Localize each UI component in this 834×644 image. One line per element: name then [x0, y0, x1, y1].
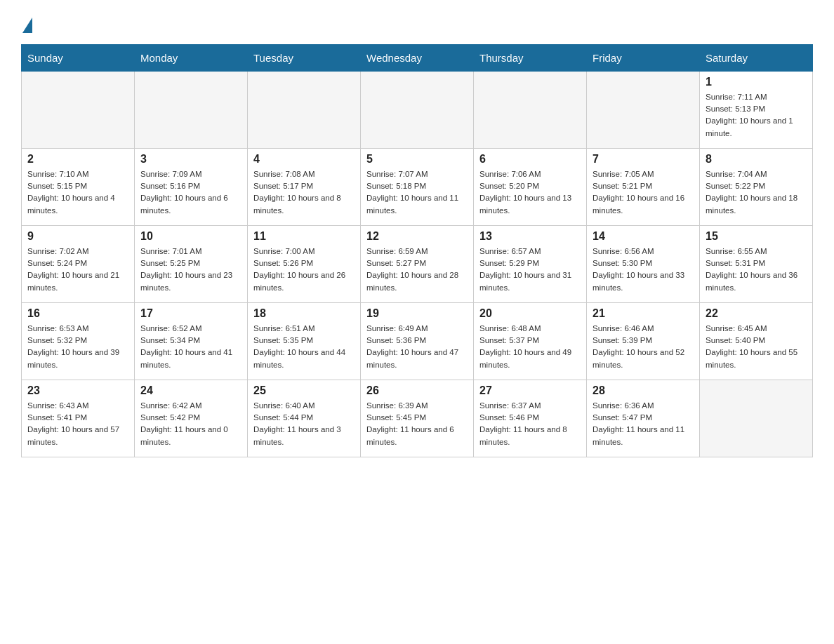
day-info: Sunrise: 6:59 AMSunset: 5:27 PMDaylight:… [366, 246, 468, 294]
calendar-cell: 7Sunrise: 7:05 AMSunset: 5:21 PMDaylight… [587, 148, 700, 225]
calendar-table: SundayMondayTuesdayWednesdayThursdayFrid… [21, 44, 813, 457]
day-info: Sunrise: 6:56 AMSunset: 5:30 PMDaylight:… [593, 246, 694, 294]
day-info: Sunrise: 6:46 AMSunset: 5:39 PMDaylight:… [593, 323, 694, 371]
calendar-cell: 27Sunrise: 6:37 AMSunset: 5:46 PMDayligh… [474, 380, 587, 457]
calendar-cell: 6Sunrise: 7:06 AMSunset: 5:20 PMDaylight… [474, 148, 587, 225]
calendar-cell [587, 71, 700, 148]
day-number: 4 [253, 153, 355, 166]
day-info: Sunrise: 6:48 AMSunset: 5:37 PMDaylight:… [479, 323, 581, 371]
day-header-sunday: Sunday [22, 44, 135, 71]
logo-wordmark [21, 14, 32, 30]
day-header-wednesday: Wednesday [361, 44, 474, 71]
day-number: 5 [366, 153, 468, 166]
day-info: Sunrise: 6:39 AMSunset: 5:45 PMDaylight:… [366, 400, 468, 448]
day-info: Sunrise: 6:53 AMSunset: 5:32 PMDaylight:… [27, 323, 128, 371]
week-row-3: 9Sunrise: 7:02 AMSunset: 5:24 PMDaylight… [22, 225, 813, 302]
day-number: 22 [706, 307, 807, 320]
calendar-cell: 10Sunrise: 7:01 AMSunset: 5:25 PMDayligh… [135, 225, 248, 302]
day-number: 16 [27, 307, 128, 320]
calendar-cell: 22Sunrise: 6:45 AMSunset: 5:40 PMDayligh… [700, 302, 813, 380]
calendar-cell [135, 71, 248, 148]
calendar-cell: 25Sunrise: 6:40 AMSunset: 5:44 PMDayligh… [248, 380, 361, 457]
calendar-cell: 14Sunrise: 6:56 AMSunset: 5:30 PMDayligh… [587, 225, 700, 302]
day-info: Sunrise: 6:55 AMSunset: 5:31 PMDaylight:… [706, 246, 807, 294]
day-header-friday: Friday [587, 44, 700, 71]
calendar-body: 1Sunrise: 7:11 AMSunset: 5:13 PMDaylight… [22, 71, 813, 457]
day-info: Sunrise: 7:10 AMSunset: 5:15 PMDaylight:… [27, 168, 128, 217]
calendar-cell: 9Sunrise: 7:02 AMSunset: 5:24 PMDaylight… [22, 225, 135, 302]
day-info: Sunrise: 6:37 AMSunset: 5:46 PMDaylight:… [479, 400, 581, 448]
logo-triangle-icon [22, 18, 32, 33]
calendar-header: SundayMondayTuesdayWednesdayThursdayFrid… [22, 44, 813, 71]
day-info: Sunrise: 6:51 AMSunset: 5:35 PMDaylight:… [253, 323, 355, 371]
day-number: 27 [479, 384, 581, 397]
calendar-cell: 26Sunrise: 6:39 AMSunset: 5:45 PMDayligh… [361, 380, 474, 457]
calendar-cell: 11Sunrise: 7:00 AMSunset: 5:26 PMDayligh… [248, 225, 361, 302]
calendar-cell: 23Sunrise: 6:43 AMSunset: 5:41 PMDayligh… [22, 380, 135, 457]
day-number: 25 [253, 384, 355, 397]
calendar-cell: 12Sunrise: 6:59 AMSunset: 5:27 PMDayligh… [361, 225, 474, 302]
day-info: Sunrise: 6:43 AMSunset: 5:41 PMDaylight:… [27, 400, 128, 448]
day-number: 9 [27, 230, 128, 243]
day-number: 12 [366, 230, 468, 243]
week-row-5: 23Sunrise: 6:43 AMSunset: 5:41 PMDayligh… [22, 380, 813, 457]
day-info: Sunrise: 7:00 AMSunset: 5:26 PMDaylight:… [253, 246, 355, 294]
day-info: Sunrise: 7:05 AMSunset: 5:21 PMDaylight:… [593, 168, 694, 217]
day-number: 10 [140, 230, 241, 243]
calendar-cell: 8Sunrise: 7:04 AMSunset: 5:22 PMDaylight… [700, 148, 813, 225]
day-number: 7 [593, 153, 694, 166]
calendar-cell [248, 71, 361, 148]
calendar-cell: 4Sunrise: 7:08 AMSunset: 5:17 PMDaylight… [248, 148, 361, 225]
day-number: 14 [593, 230, 694, 243]
calendar-cell: 3Sunrise: 7:09 AMSunset: 5:16 PMDaylight… [135, 148, 248, 225]
day-number: 2 [27, 153, 128, 166]
day-info: Sunrise: 7:09 AMSunset: 5:16 PMDaylight:… [140, 168, 241, 217]
calendar-cell [361, 71, 474, 148]
day-info: Sunrise: 7:07 AMSunset: 5:18 PMDaylight:… [366, 168, 468, 217]
day-info: Sunrise: 6:57 AMSunset: 5:29 PMDaylight:… [479, 246, 581, 294]
day-info: Sunrise: 6:52 AMSunset: 5:34 PMDaylight:… [140, 323, 241, 371]
calendar-cell: 2Sunrise: 7:10 AMSunset: 5:15 PMDaylight… [22, 148, 135, 225]
day-number: 8 [706, 153, 807, 166]
calendar-cell: 17Sunrise: 6:52 AMSunset: 5:34 PMDayligh… [135, 302, 248, 380]
calendar-cell: 15Sunrise: 6:55 AMSunset: 5:31 PMDayligh… [700, 225, 813, 302]
day-number: 3 [140, 153, 241, 166]
page-header [21, 14, 813, 30]
calendar-cell [22, 71, 135, 148]
day-number: 17 [140, 307, 241, 320]
calendar-cell: 19Sunrise: 6:49 AMSunset: 5:36 PMDayligh… [361, 302, 474, 380]
calendar-cell [700, 380, 813, 457]
day-header-tuesday: Tuesday [248, 44, 361, 71]
day-number: 18 [253, 307, 355, 320]
day-info: Sunrise: 6:45 AMSunset: 5:40 PMDaylight:… [706, 323, 807, 371]
calendar-cell: 24Sunrise: 6:42 AMSunset: 5:42 PMDayligh… [135, 380, 248, 457]
day-info: Sunrise: 6:42 AMSunset: 5:42 PMDaylight:… [140, 400, 241, 448]
calendar-cell: 1Sunrise: 7:11 AMSunset: 5:13 PMDaylight… [700, 71, 813, 148]
day-number: 13 [479, 230, 581, 243]
day-number: 24 [140, 384, 241, 397]
day-number: 28 [593, 384, 694, 397]
day-header-saturday: Saturday [700, 44, 813, 71]
day-info: Sunrise: 7:01 AMSunset: 5:25 PMDaylight:… [140, 246, 241, 294]
calendar-cell: 18Sunrise: 6:51 AMSunset: 5:35 PMDayligh… [248, 302, 361, 380]
day-headers-row: SundayMondayTuesdayWednesdayThursdayFrid… [22, 44, 813, 71]
day-number: 6 [479, 153, 581, 166]
day-number: 21 [593, 307, 694, 320]
week-row-1: 1Sunrise: 7:11 AMSunset: 5:13 PMDaylight… [22, 71, 813, 148]
day-header-monday: Monday [135, 44, 248, 71]
calendar-cell: 16Sunrise: 6:53 AMSunset: 5:32 PMDayligh… [22, 302, 135, 380]
day-number: 15 [706, 230, 807, 243]
day-info: Sunrise: 6:40 AMSunset: 5:44 PMDaylight:… [253, 400, 355, 448]
calendar-cell: 5Sunrise: 7:07 AMSunset: 5:18 PMDaylight… [361, 148, 474, 225]
day-number: 23 [27, 384, 128, 397]
day-number: 26 [366, 384, 468, 397]
calendar-cell: 20Sunrise: 6:48 AMSunset: 5:37 PMDayligh… [474, 302, 587, 380]
calendar-cell: 21Sunrise: 6:46 AMSunset: 5:39 PMDayligh… [587, 302, 700, 380]
day-info: Sunrise: 6:36 AMSunset: 5:47 PMDaylight:… [593, 400, 694, 448]
day-number: 20 [479, 307, 581, 320]
day-info: Sunrise: 6:49 AMSunset: 5:36 PMDaylight:… [366, 323, 468, 371]
day-number: 1 [706, 76, 807, 88]
calendar-cell [474, 71, 587, 148]
day-info: Sunrise: 7:06 AMSunset: 5:20 PMDaylight:… [479, 168, 581, 217]
day-info: Sunrise: 7:11 AMSunset: 5:13 PMDaylight:… [706, 91, 807, 140]
